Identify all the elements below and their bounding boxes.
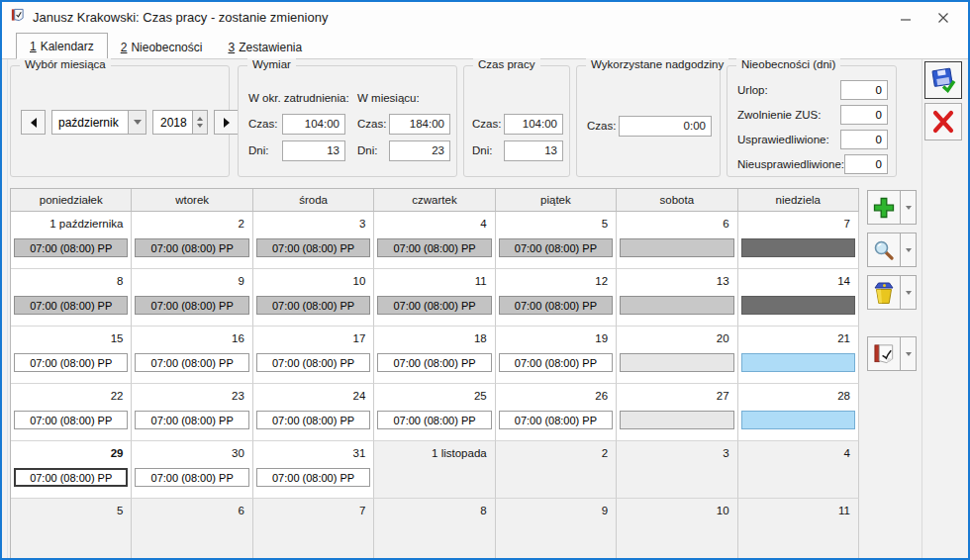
day-off-bar[interactable] — [741, 238, 855, 257]
calendar-day-cell[interactable]: 2 — [496, 441, 617, 499]
time-entry-button[interactable]: 07:00 (08:00) PP — [14, 411, 128, 429]
time-entry-button[interactable]: 07:00 (08:00) PP — [377, 411, 491, 429]
day-off-bar[interactable] — [620, 296, 733, 315]
calendar-day-cell[interactable]: 407:00 (08:00) PP — [374, 212, 495, 269]
add-button[interactable] — [867, 190, 901, 225]
calendar-day-cell[interactable]: 1 października07:00 (08:00) PP — [11, 212, 132, 269]
calendar-day-cell[interactable]: 11 — [738, 499, 859, 560]
time-entry-button[interactable]: 07:00 (08:00) PP — [256, 353, 370, 372]
time-entry-button[interactable]: 07:00 (08:00) PP — [256, 296, 370, 315]
day-off-bar[interactable] — [620, 238, 733, 257]
time-entry-button[interactable]: 07:00 (08:00) PP — [256, 468, 370, 487]
day-off-bar[interactable] — [620, 353, 733, 372]
chevron-down-icon[interactable] — [128, 111, 146, 134]
time-entry-button[interactable]: 07:00 (08:00) PP — [377, 238, 491, 257]
time-entry-button[interactable]: 07:00 (08:00) PP — [499, 411, 613, 429]
calendar-day-cell[interactable]: 2907:00 (08:00) PP — [11, 441, 132, 499]
time-entry-button[interactable]: 07:00 (08:00) PP — [499, 238, 613, 257]
delete-dropdown-arrow[interactable] — [900, 275, 917, 310]
calendar-day-cell[interactable]: 2207:00 (08:00) PP — [11, 384, 132, 441]
next-month-button[interactable] — [214, 110, 239, 135]
time-entry-button[interactable]: 07:00 (08:00) PP — [499, 296, 613, 315]
day-off-bar[interactable] — [741, 353, 855, 372]
calendar-day-cell[interactable]: 3107:00 (08:00) PP — [253, 441, 374, 499]
calendar-week-row: 2207:00 (08:00) PP2307:00 (08:00) PP2407… — [11, 384, 859, 441]
calendar-day-cell[interactable]: 2407:00 (08:00) PP — [253, 384, 374, 441]
calendar-day-cell[interactable]: 2607:00 (08:00) PP — [496, 384, 617, 441]
year-spinner[interactable]: 2018 — [152, 110, 208, 135]
tab-zestawienia[interactable]: 3Zestawienia — [215, 35, 315, 59]
time-entry-button[interactable]: 07:00 (08:00) PP — [14, 353, 128, 372]
calendar-day-cell[interactable]: 907:00 (08:00) PP — [132, 269, 252, 327]
time-entry-button[interactable]: 07:00 (08:00) PP — [135, 238, 248, 257]
calendar-day-cell[interactable]: 1807:00 (08:00) PP — [374, 327, 495, 384]
time-entry-button[interactable]: 07:00 (08:00) PP — [14, 296, 128, 315]
calendar-day-cell[interactable]: 1607:00 (08:00) PP — [132, 327, 252, 384]
prev-month-button[interactable] — [21, 110, 46, 135]
weekday-header-cell: poniedziałek — [11, 189, 132, 212]
day-off-bar[interactable] — [620, 411, 733, 429]
calendar-day-cell[interactable]: 807:00 (08:00) PP — [11, 269, 132, 327]
calendar-day-cell[interactable]: 8 — [374, 499, 495, 560]
day-number: 3 — [617, 441, 736, 465]
time-entry-button[interactable]: 07:00 (08:00) PP — [377, 296, 491, 315]
time-entry-button[interactable]: 07:00 (08:00) PP — [135, 411, 248, 429]
calendar-day-cell[interactable]: 13 — [617, 269, 737, 327]
calendar-day-cell[interactable]: 1507:00 (08:00) PP — [11, 327, 132, 384]
calendar-day-cell[interactable]: 5 — [11, 499, 132, 560]
calendar-day-cell[interactable]: 2507:00 (08:00) PP — [374, 384, 495, 441]
calendar-day-cell[interactable]: 9 — [496, 499, 617, 560]
calendar-day-cell[interactable]: 14 — [738, 269, 859, 327]
time-entry-button[interactable]: 07:00 (08:00) PP — [14, 238, 128, 257]
czas-label: Czas: — [587, 120, 616, 132]
plan-calendar-button[interactable] — [867, 336, 901, 371]
edit-dropdown-arrow[interactable] — [900, 233, 917, 267]
tab-kalendarz[interactable]: 1Kalendarz — [16, 33, 108, 59]
calendar-day-cell[interactable]: 207:00 (08:00) PP — [132, 212, 252, 269]
calendar-day-cell[interactable]: 6 — [132, 499, 252, 560]
calendar-day-cell[interactable]: 1007:00 (08:00) PP — [253, 269, 374, 327]
calendar-day-cell[interactable]: 2307:00 (08:00) PP — [132, 384, 252, 441]
calendar-day-cell[interactable]: 6 — [617, 212, 737, 269]
edit-button[interactable] — [867, 233, 901, 267]
time-entry-button[interactable]: 07:00 (08:00) PP — [135, 296, 248, 315]
calendar-day-cell[interactable]: 7 — [738, 212, 859, 269]
day-off-bar[interactable] — [741, 411, 855, 429]
calendar-day-cell[interactable]: 1207:00 (08:00) PP — [496, 269, 617, 327]
calendar-day-cell[interactable]: 10 — [617, 499, 737, 560]
time-entry-button[interactable]: 07:00 (08:00) PP — [135, 468, 248, 487]
calendar-day-cell[interactable]: 28 — [738, 384, 859, 441]
delete-button[interactable] — [867, 275, 901, 310]
time-entry-button[interactable]: 07:00 (08:00) PP — [135, 353, 248, 372]
calendar-day-cell[interactable]: 3 — [617, 441, 737, 499]
time-entry-button[interactable]: 07:00 (08:00) PP — [256, 411, 370, 429]
calendar-day-cell[interactable]: 27 — [617, 384, 737, 441]
calendar-day-cell[interactable]: 1907:00 (08:00) PP — [496, 327, 617, 384]
time-entry-button[interactable]: 07:00 (08:00) PP — [499, 353, 613, 372]
chevron-down-icon — [906, 206, 912, 210]
calendar-day-cell[interactable]: 7 — [253, 499, 374, 560]
close-button[interactable] — [928, 6, 958, 30]
calendar-day-cell[interactable]: 507:00 (08:00) PP — [496, 212, 617, 269]
calendar-week-row: 1507:00 (08:00) PP1607:00 (08:00) PP1707… — [11, 327, 859, 384]
time-entry-button[interactable]: 07:00 (08:00) PP — [377, 353, 491, 372]
save-button[interactable] — [924, 61, 962, 99]
calendar-day-cell[interactable]: 3007:00 (08:00) PP — [132, 441, 252, 499]
month-dropdown[interactable]: październik — [51, 110, 146, 135]
calendar-day-cell[interactable]: 1 listopada — [374, 441, 495, 499]
calendar-day-cell[interactable]: 21 — [738, 327, 859, 384]
add-dropdown-arrow[interactable] — [900, 190, 917, 225]
calendar-day-cell[interactable]: 1707:00 (08:00) PP — [253, 327, 374, 384]
time-entry-button[interactable]: 07:00 (08:00) PP — [14, 468, 128, 487]
year-spin-buttons[interactable] — [192, 111, 207, 134]
time-entry-button[interactable]: 07:00 (08:00) PP — [256, 238, 370, 257]
cancel-button[interactable] — [924, 103, 962, 140]
tab-nieobecnosci[interactable]: 2Nieobecności — [108, 35, 216, 59]
calendar-day-cell[interactable]: 4 — [738, 441, 859, 499]
calendar-day-cell[interactable]: 307:00 (08:00) PP — [253, 212, 374, 269]
minimize-button[interactable] — [891, 6, 921, 30]
day-off-bar[interactable] — [741, 296, 855, 315]
plan-calendar-dropdown-arrow[interactable] — [900, 336, 917, 371]
calendar-day-cell[interactable]: 20 — [617, 327, 737, 384]
calendar-day-cell[interactable]: 1107:00 (08:00) PP — [374, 269, 495, 327]
